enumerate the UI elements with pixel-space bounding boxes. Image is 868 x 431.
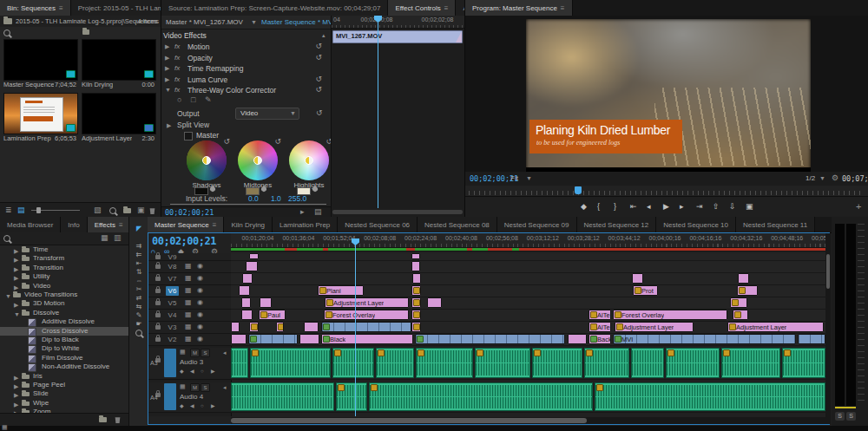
new-item-button[interactable]: ▣ [137,206,145,214]
solo-button[interactable]: S [201,349,210,357]
clip-prot[interactable]: Prot [633,285,658,296]
twirl-icon[interactable]: ▼ [165,87,171,93]
clip[interactable] [411,253,420,259]
search-icon[interactable] [3,235,10,242]
clip-forest-overlay[interactable]: Forest Overlay [324,310,409,320]
add-keyframe-icon[interactable]: ◆ [180,403,184,408]
accelerated-effects-icon[interactable]: ▦ [101,234,108,242]
reset-wheel-icon[interactable]: ↺ [223,137,230,146]
step-forward-button[interactable]: ▸ [680,203,684,211]
sync-lock-icon[interactable]: ▦ [180,383,186,389]
input-level-low[interactable]: 0.0 [248,194,259,203]
track-target-v5[interactable]: V5 [166,298,179,308]
chevron-down-icon[interactable]: ▼ [251,19,257,25]
sync-lock-icon[interactable]: ▦ [185,287,192,294]
prev-keyframe-icon[interactable]: ◀ [190,369,194,374]
reset-effect-icon[interactable]: ↺ [315,85,322,94]
clip[interactable] [427,297,442,308]
track-output-eye-icon[interactable]: ◉ [197,323,203,330]
reset-effect-icon[interactable]: ↺ [315,75,322,83]
reset-effect-icon[interactable]: ↺ [315,42,322,50]
step-back-button[interactable]: ◂ [647,203,651,211]
effect-row-time-remapping[interactable]: ▶fxTime Remapping [161,63,331,74]
ec-clip-bar[interactable]: MVI_1267.MOV [332,30,463,43]
audio-clip[interactable] [416,348,473,378]
collapse-track-icon[interactable]: ◂ [223,384,227,391]
clip[interactable] [260,297,272,308]
sequence-tab-nested-sequence-11[interactable]: Nested Sequence 11 [736,217,815,232]
effect-row-opacity[interactable]: ▶fxOpacity↺ [161,53,331,63]
scrubber-playhead[interactable] [575,186,582,194]
panel-menu-icon[interactable]: ≡ [119,221,123,229]
track-lock-icon[interactable] [155,337,161,342]
twirl-icon[interactable]: ▶ [165,76,169,83]
ec-ruler[interactable]: 0400;02;00;0800;02;02;08 [332,16,464,29]
search-icon[interactable] [3,29,10,36]
lift-button[interactable]: ⇧ [713,203,720,211]
keyframe-toggle-icon[interactable]: ○ [201,369,204,374]
audio-clip[interactable] [376,348,414,378]
export-frame-button[interactable]: ▣ [746,203,753,211]
master-clip-selector[interactable]: Master * MVI_1267.MOV [166,18,243,26]
folder-dissolve[interactable]: ▼Dissolve [0,309,128,317]
folder-slide[interactable]: ▶Slide [0,389,128,398]
clip[interactable] [568,334,587,344]
mark-out-button[interactable]: } [614,203,616,211]
ec-playhead[interactable] [378,16,378,208]
add-keyframe-icon[interactable]: ◆ [180,369,184,374]
collapse-section-icon[interactable]: ▴ [322,32,326,39]
twirl-icon[interactable]: ▶ [165,55,169,62]
track-target-v2[interactable]: V2 [166,335,179,344]
effect-row-luma-curve[interactable]: ▶fxLuma Curve↺ [161,75,331,85]
clip[interactable] [246,261,258,271]
track-output-eye-icon[interactable]: ◉ [197,263,203,270]
output-select[interactable]: Video ▼ [235,108,299,120]
bin-item-name[interactable]: Master Sequence [3,81,54,88]
solo-left-button[interactable]: S [835,412,845,421]
effects-tab-effects[interactable]: Effects≡ [88,217,128,232]
panel-menu-icon[interactable]: ≡ [59,4,63,12]
clip[interactable] [241,310,253,320]
sequence-tab-lamination-prep[interactable]: Lamination Prep [273,217,338,232]
sequence-tab-nested-sequence-09[interactable]: Nested Sequence 09 [497,217,577,232]
icon-view-button[interactable]: ▤ [17,206,25,214]
track-target-v3[interactable]: V3 [166,323,179,332]
clip[interactable] [276,322,284,332]
mark-in-button[interactable]: { [597,203,600,211]
sequence-tab-kiln-drying[interactable]: Kiln Drying [224,217,273,232]
chevron-down-icon[interactable]: ▼ [819,175,825,181]
effect-dip-to-white[interactable]: Dip to White [0,344,128,353]
new-custom-bin-icon[interactable] [99,417,107,422]
folder-3d-motion[interactable]: ▶3D Motion [0,299,128,308]
go-to-out-button[interactable]: ⇥ [696,203,703,211]
expand-split-view-icon[interactable]: ▶ [167,122,171,129]
track-target-v6[interactable]: V6 [166,286,179,296]
clip-fade-handle[interactable] [456,31,462,42]
clip[interactable] [411,322,421,332]
bin-item-name[interactable]: Adjustment Layer [82,134,132,142]
play-button[interactable]: ▶ [663,203,669,211]
sequence-tab-nested-sequence-12[interactable]: Nested Sequence 12 [577,217,657,232]
clip[interactable] [737,285,758,296]
folder-video-transitions[interactable]: ▼Video Transitions [0,291,128,299]
clip[interactable] [632,273,643,284]
folder-transform[interactable]: ▶Transform [0,254,128,263]
clip[interactable] [798,334,825,344]
clip-adjustment-layer[interactable]: Adjustment Layer [325,297,409,308]
track-output-eye-icon[interactable]: ◉ [197,287,203,294]
bin-tab-bin-sequences[interactable]: Bin: Sequences≡ [0,0,71,16]
find-button[interactable] [109,207,116,214]
clip[interactable] [411,310,421,320]
audio-clip[interactable] [631,348,664,378]
solo-button[interactable]: S [201,383,210,392]
clip-paul[interactable]: Paul [259,310,286,320]
color-wheel-shadows[interactable]: ↺ [187,140,227,180]
fit-select[interactable]: Fit [510,174,518,182]
clip[interactable] [231,322,240,332]
next-keyframe-icon[interactable]: ▶ [211,369,215,374]
clip[interactable] [242,273,253,284]
panel-menu-icon[interactable]: ≡ [561,4,565,12]
track-lock-icon[interactable] [155,325,161,330]
chevron-down-icon[interactable]: ▼ [526,175,532,181]
go-to-in-button[interactable]: ⇤ [630,203,637,211]
